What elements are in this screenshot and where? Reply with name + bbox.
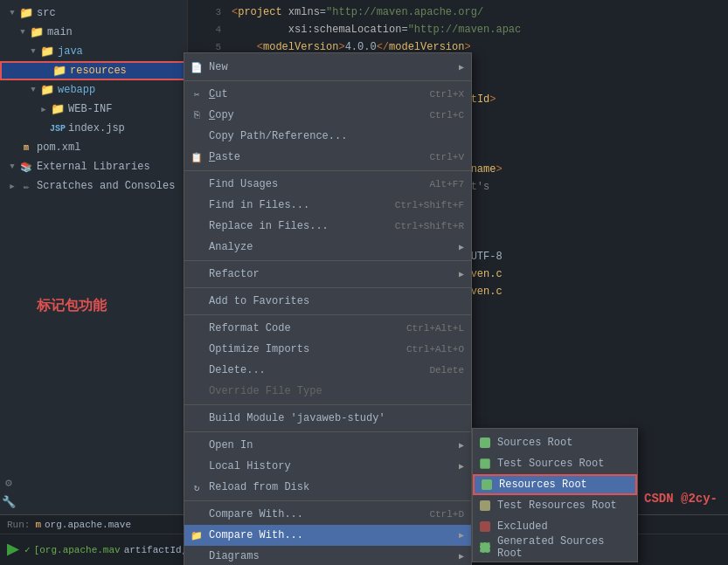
sidebar-actions: ⚙ 🔧 <box>0 472 17 513</box>
paste-shortcut: Ctrl+V <box>429 152 464 162</box>
tree-item-resources[interactable]: 📁 resources <box>0 61 187 80</box>
paste-icon: 📋 <box>190 150 204 164</box>
menu-item-delete[interactable]: Delete... Delete <box>184 360 471 381</box>
tree-item-webinf[interactable]: ▶ 📁 WEB-INF <box>0 100 187 119</box>
tree-label-resources: resources <box>70 65 127 77</box>
lib-icon-extlib: 📚 <box>19 160 33 174</box>
play-button[interactable] <box>7 544 19 556</box>
tree-item-java[interactable]: ▼ 📁 java <box>0 42 187 61</box>
test-sources-root-icon <box>478 457 492 471</box>
menu-label-findinfiles: Find in Files... <box>209 199 378 211</box>
tree-arrow-scratches: ▶ <box>7 181 17 191</box>
settings-icon[interactable]: ⚙ <box>5 476 12 490</box>
menu-item-copypath[interactable]: Copy Path/Reference... <box>184 126 471 147</box>
tree-item-indexjsp[interactable]: JSP index.jsp <box>0 119 187 138</box>
tree-item-webapp[interactable]: ▼ 📁 webapp <box>0 80 187 100</box>
folder-icon-webapp: 📁 <box>40 83 54 97</box>
menu-item-copy[interactable]: ⎘ Copy Ctrl+C <box>184 105 471 126</box>
scratch-icon: ✏ <box>19 179 33 193</box>
watermark-text: CSDN @2cy- <box>644 492 718 506</box>
menu-label-overridefiletype: Override File Type <box>209 385 464 397</box>
xml-icon-pom: m <box>19 141 33 155</box>
menu-item-findinfiles[interactable]: Find in Files... Ctrl+Shift+F <box>184 195 471 216</box>
cut-icon: ✂ <box>190 87 204 101</box>
code-line-4: 4 xsi:schemaLocation="http://maven.apac <box>195 21 721 38</box>
tree-label-extlib: External Libraries <box>37 161 150 173</box>
submenu-label-resourcesroot: Resources Root <box>499 479 587 491</box>
menu-item-reformat[interactable]: Reformat Code Ctrl+Alt+L <box>184 318 471 339</box>
submenu-item-testsourcesroot[interactable]: Test Sources Root <box>473 453 637 474</box>
menu-item-findusages[interactable]: Find Usages Alt+F7 <box>184 174 471 195</box>
menu-item-paste[interactable]: 📋 Paste Ctrl+V <box>184 147 471 168</box>
copy-icon: ⎘ <box>190 108 204 122</box>
tree-arrow-main: ▼ <box>17 27 28 38</box>
menu-item-comparewith[interactable]: Compare With... Ctrl+D <box>184 504 471 525</box>
tree-label-src: src <box>37 7 56 19</box>
tree-label-webinf: WEB-INF <box>68 103 112 115</box>
menu-label-comparewith: Compare With... <box>209 508 412 520</box>
tree-item-src[interactable]: ▼ 📁 src <box>0 3 187 23</box>
menu-item-localhistory[interactable]: Local History ▶ <box>184 456 471 477</box>
separator-5 <box>184 314 471 315</box>
run-item-1: org.apache.mave <box>45 520 131 530</box>
menu-label-paste: Paste <box>209 151 412 163</box>
submenu-markdirectoryas: Sources Root Test Sources Root Resources… <box>472 428 638 562</box>
copypath-icon <box>190 129 204 143</box>
tree-label-webapp: webapp <box>58 84 95 96</box>
maven-icon: m <box>35 520 41 530</box>
cut-shortcut: Ctrl+X <box>429 89 464 100</box>
tree-arrow-webinf: ▶ <box>38 104 49 114</box>
menu-arrow-markdir: ▶ <box>459 530 464 541</box>
menu-item-refactor[interactable]: Refactor ▶ <box>184 264 471 285</box>
code-line-3: 3 <project xmlns="http://maven.apache.or… <box>195 3 721 21</box>
folder-icon-java: 📁 <box>40 45 54 59</box>
menu-item-favorites[interactable]: Add to Favorites <box>184 291 471 312</box>
menu-arrow-refactor: ▶ <box>459 269 464 279</box>
separator-4 <box>184 287 471 288</box>
test-resources-root-icon <box>478 499 492 513</box>
menu-label-new: New <box>209 61 455 73</box>
replaceinfiles-shortcut: Ctrl+Shift+R <box>395 221 464 231</box>
sources-root-icon <box>478 436 492 450</box>
menu-label-refactor: Refactor <box>209 268 455 280</box>
wrench-icon[interactable]: 🔧 <box>2 495 16 509</box>
submenu-item-testresourcesroot[interactable]: Test Resources Root <box>473 495 637 516</box>
tree-arrow-webapp: ▼ <box>28 85 38 95</box>
menu-item-reloadfromdisk[interactable]: ↻ Reload from Disk <box>184 477 471 498</box>
menu-item-optimizeimports[interactable]: Optimize Imports Ctrl+Alt+O <box>184 339 471 360</box>
menu-item-new[interactable]: 📄 New ▶ <box>184 57 471 78</box>
optimizeimports-shortcut: Ctrl+Alt+O <box>406 344 464 355</box>
tree-item-scratches[interactable]: ▶ ✏ Scratches and Consoles <box>0 176 187 196</box>
menu-label-openin: Open In <box>209 439 455 451</box>
generated-sources-icon <box>478 541 492 555</box>
submenu-item-generatedsources[interactable]: Generated Sources Root <box>473 537 637 558</box>
excluded-icon <box>478 520 492 534</box>
menu-item-buildmodule[interactable]: Build Module 'javaweb-study' <box>184 408 471 429</box>
tree-label-pom: pom.xml <box>37 141 80 154</box>
menu-item-replaceinfiles[interactable]: Replace in Files... Ctrl+Shift+R <box>184 216 471 237</box>
menu-item-overridefiletype: Override File Type <box>184 381 471 402</box>
tree-item-pomxml[interactable]: m pom.xml <box>0 138 187 157</box>
markdir-icon: 📁 <box>190 528 204 542</box>
submenu-label-generatedsources: Generated Sources Root <box>497 535 630 560</box>
submenu-item-resourcesroot[interactable]: Resources Root <box>473 474 637 495</box>
menu-item-cut[interactable]: ✂ Cut Ctrl+X <box>184 84 471 105</box>
menu-label-buildmodule: Build Module 'javaweb-study' <box>209 412 464 424</box>
menu-label-favorites: Add to Favorites <box>209 295 464 307</box>
submenu-label-testresourcesroot: Test Resources Root <box>497 500 617 512</box>
submenu-item-sourcesroot[interactable]: Sources Root <box>473 432 637 453</box>
menu-item-analyze[interactable]: Analyze ▶ <box>184 237 471 258</box>
menu-label-delete: Delete... <box>209 364 412 376</box>
separator-6 <box>184 404 471 405</box>
tree-arrow-pom <box>7 142 17 153</box>
submenu-item-excluded[interactable]: Excluded <box>473 516 637 537</box>
separator-8 <box>184 500 471 501</box>
tree-arrow-indexjsp <box>38 123 49 134</box>
menu-item-diagrams[interactable]: Diagrams ▶ <box>184 546 471 565</box>
tree-item-main[interactable]: ▼ 📁 main <box>0 23 187 42</box>
separator-3 <box>184 260 471 261</box>
menu-item-markdirectoryas[interactable]: 📁 Compare With... ▶ <box>184 525 471 546</box>
menu-label-markdirectoryas: Compare With... <box>209 529 455 541</box>
menu-item-openin[interactable]: Open In ▶ <box>184 435 471 456</box>
tree-item-extlib[interactable]: ▼ 📚 External Libraries <box>0 157 187 176</box>
